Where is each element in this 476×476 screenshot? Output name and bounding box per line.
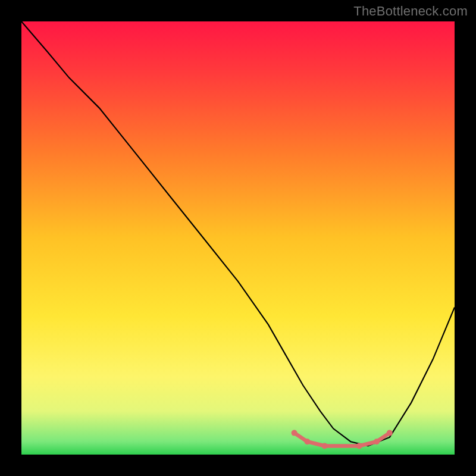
attribution-text: TheBottleneck.com: [353, 4, 468, 19]
optimal-range-dot: [374, 439, 380, 444]
optimal-range-dot: [322, 443, 328, 449]
optimal-range-dot: [356, 443, 362, 449]
bottleneck-chart: [21, 21, 455, 455]
optimal-range-dot: [387, 430, 393, 436]
optimal-range-dot: [292, 430, 298, 436]
chart-frame: TheBottleneck.com: [0, 0, 476, 476]
optimal-range-dot: [305, 439, 311, 444]
gradient-background: [21, 21, 455, 455]
plot-area: [21, 21, 455, 455]
